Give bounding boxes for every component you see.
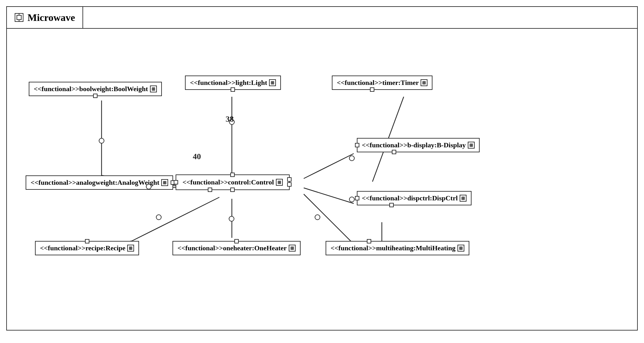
circle-recipe [156, 214, 162, 220]
main-window: Microwave [6, 6, 638, 331]
bdisplay-conn-bottom [392, 150, 396, 154]
tab-bar: Microwave [7, 7, 637, 29]
control-conn-bottom2 [208, 188, 212, 192]
boolweight-label: <<functional>>boolweight:BoolWeight [34, 85, 148, 93]
tab-label: Microwave [27, 12, 75, 23]
boolweight-conn-bottom [93, 94, 97, 98]
control-conn-top [230, 173, 235, 177]
node-oneheater[interactable]: <<functional>>oneheater:OneHeater ⊞ [172, 241, 301, 255]
recipe-conn-top [85, 239, 89, 243]
node-light[interactable]: <<functional>>light:Light ⊞ [185, 76, 281, 90]
label-38: 38 [226, 115, 234, 124]
node-control[interactable]: <<functional>>control:Control ⊞ [176, 174, 290, 190]
node-bdisplay[interactable]: <<functional>>b-display:B-Display ⊞ [357, 138, 480, 152]
control-conn-bottom [230, 188, 235, 192]
bdisplay-label: <<functional>>b-display:B-Display [362, 141, 466, 149]
node-recipe[interactable]: <<functional>>recipe:Recipe ⊞ [35, 241, 139, 255]
timer-icon: ⊞ [421, 79, 427, 86]
node-dispctrl[interactable]: <<functional>>dispctrl:DispCtrl ⊞ [357, 191, 472, 205]
light-icon: ⊞ [269, 79, 276, 86]
circle-analogweight [146, 184, 152, 189]
svg-rect-1 [17, 15, 21, 20]
circle-oneheater [229, 216, 234, 222]
light-conn-bottom [231, 87, 235, 92]
boolweight-icon: ⊞ [150, 86, 157, 92]
circle-bdisplay [349, 155, 355, 161]
analogweight-label: <<functional>>analogweight:AnalogWeight [31, 179, 159, 187]
diagram-icon [14, 13, 24, 22]
svg-line-10 [304, 154, 354, 179]
recipe-icon: ⊞ [127, 245, 134, 252]
timer-label: <<functional>>timer:Timer [337, 79, 419, 87]
control-label: <<functional>>control:Control [182, 178, 274, 186]
multiheating-icon: ⊞ [457, 245, 464, 252]
svg-line-12 [132, 197, 219, 241]
recipe-label: <<functional>>recipe:Recipe [40, 244, 125, 252]
analogweight-icon: ⊞ [161, 179, 168, 186]
control-icon: ⊞ [276, 179, 283, 186]
oneheater-label: <<functional>>oneheater:OneHeater [177, 244, 287, 252]
dispctrl-conn-bottom [389, 203, 394, 207]
control-conn-right [287, 177, 292, 182]
multiheating-label: <<functional>>multiheating:MultiHeating [331, 244, 456, 252]
node-boolweight[interactable]: <<functional>>boolweight:BoolWeight ⊞ [29, 82, 162, 96]
node-multiheating[interactable]: <<functional>>multiheating:MultiHeating … [326, 241, 469, 255]
timer-conn-bottom [370, 87, 374, 92]
bdisplay-conn-left [355, 143, 359, 147]
node-timer[interactable]: <<functional>>timer:Timer ⊞ [332, 76, 432, 90]
circle-dispctrl [349, 197, 355, 202]
oneheater-conn-top [234, 239, 239, 243]
oneheater-icon: ⊞ [289, 245, 296, 252]
multiheating-conn-top [367, 239, 371, 243]
diagram-area: <<functional>>boolweight:BoolWeight ⊞ <<… [7, 29, 637, 330]
label-40: 40 [193, 152, 201, 161]
bdisplay-icon: ⊞ [468, 142, 475, 149]
tab-microwave[interactable]: Microwave [7, 7, 83, 28]
control-conn-right2 [287, 182, 292, 187]
circle-multiheating [315, 214, 320, 220]
dispctrl-icon: ⊞ [460, 195, 467, 202]
dispctrl-conn-left [355, 196, 359, 200]
dispctrl-label: <<functional>>dispctrl:DispCtrl [362, 194, 458, 202]
svg-line-11 [304, 188, 354, 203]
control-conn-left [174, 180, 178, 184]
circle-boolweight [99, 138, 104, 144]
light-label: <<functional>>light:Light [190, 79, 267, 87]
svg-line-15 [304, 194, 351, 241]
